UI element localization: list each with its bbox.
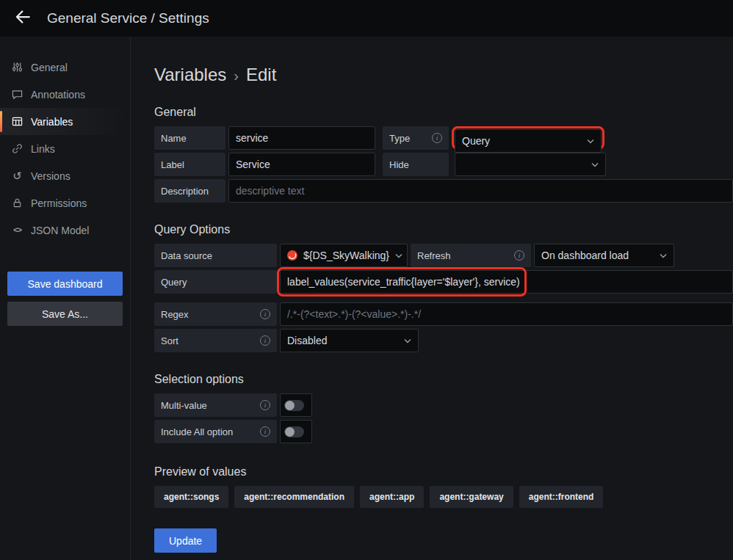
regex-input[interactable]	[280, 302, 733, 326]
update-button[interactable]: Update	[154, 528, 217, 553]
type-select-highlight: Query	[452, 126, 604, 150]
variables-edit-panel: Variables › Edit General Name Type i Que…	[131, 37, 733, 560]
info-icon[interactable]: i	[514, 250, 524, 261]
sidebar-item-label: Annotations	[31, 89, 85, 101]
preview-value-chip: agent::songs	[154, 486, 228, 508]
breadcrumb: Variables › Edit	[154, 65, 733, 85]
skywalking-logo-icon	[287, 250, 297, 261]
refresh-select-value: On dashboard load	[541, 250, 629, 261]
multi-value-row: Multi-value i	[154, 393, 733, 417]
sidebar-item-permissions[interactable]: Permissions	[0, 189, 130, 217]
save-as-button[interactable]: Save As...	[7, 302, 123, 326]
sort-select-value: Disabled	[287, 335, 327, 346]
data-source-select[interactable]: ${DS_SkyWalking}	[280, 244, 408, 267]
sidebar-item-json-model[interactable]: <> JSON Model	[0, 217, 130, 244]
sidebar-item-label: Links	[31, 143, 55, 155]
breadcrumb-separator: ›	[234, 66, 239, 84]
chevron-down-icon	[587, 139, 594, 144]
chevron-down-icon	[660, 253, 667, 258]
sidebar-item-label: Variables	[31, 116, 73, 128]
include-all-toggle[interactable]	[280, 420, 312, 443]
sidebar-item-variables[interactable]: Variables	[0, 108, 130, 135]
sort-label: Sort i	[154, 329, 277, 352]
toggle-track	[284, 400, 304, 411]
query-options-heading: Query Options	[154, 223, 733, 236]
sort-select[interactable]: Disabled	[280, 329, 419, 352]
multi-value-label: Multi-value i	[154, 393, 277, 417]
data-source-value: ${DS_SkyWalking}	[303, 250, 389, 261]
breadcrumb-variables[interactable]: Variables	[154, 65, 226, 85]
info-icon[interactable]: i	[260, 400, 270, 410]
label-hide-row: Label Hide	[154, 153, 733, 176]
info-icon[interactable]: i	[260, 309, 270, 319]
label-label: Label	[154, 153, 225, 176]
link-icon	[11, 142, 24, 155]
query-label: Query	[154, 270, 277, 294]
page-title: General Service / Settings	[47, 10, 209, 26]
description-input[interactable]	[228, 179, 733, 203]
refresh-select[interactable]: On dashboard load	[534, 244, 674, 267]
description-row: Description	[154, 179, 733, 203]
toggle-track	[284, 426, 304, 437]
regex-label: Regex i	[154, 302, 277, 326]
label-input[interactable]	[228, 153, 375, 176]
chevron-down-icon	[395, 253, 402, 258]
refresh-label: Refresh i	[411, 244, 531, 267]
sidebar-item-label: Versions	[31, 170, 71, 182]
hide-label: Hide	[383, 153, 449, 176]
hide-select[interactable]	[455, 153, 606, 176]
selection-options-heading: Selection options	[154, 373, 733, 386]
query-input[interactable]	[280, 270, 733, 294]
top-header: General Service / Settings	[0, 0, 733, 37]
info-icon[interactable]: i	[260, 426, 270, 437]
preview-value-chip: agent::recommendation	[234, 486, 354, 508]
multi-value-toggle[interactable]	[280, 393, 312, 417]
toggle-knob	[285, 427, 295, 437]
name-label: Name	[154, 126, 225, 150]
general-section-heading: General	[154, 106, 733, 119]
sort-row: Sort i Disabled	[154, 329, 733, 352]
query-row: Query	[154, 270, 733, 294]
preview-values: agent::songs agent::recommendation agent…	[154, 486, 733, 508]
chevron-down-icon	[591, 162, 599, 167]
data-source-refresh-row: Data source ${DS_SkyWalking} Refresh i	[154, 244, 733, 267]
type-select[interactable]: Query	[455, 129, 602, 153]
info-icon[interactable]: i	[260, 335, 270, 346]
name-input[interactable]	[228, 126, 375, 150]
preview-value-chip: agent::frontend	[519, 486, 604, 508]
data-source-label: Data source	[154, 244, 277, 267]
sidebar-item-annotations[interactable]: Annotations	[0, 81, 130, 108]
sidebar-item-label: JSON Model	[31, 225, 89, 236]
comment-icon	[11, 88, 24, 101]
sidebar-item-versions[interactable]: ↺ Versions	[0, 162, 130, 189]
chevron-down-icon	[404, 338, 411, 343]
include-all-label: Include All option i	[154, 420, 277, 443]
table-icon	[11, 115, 24, 128]
sidebar-item-links[interactable]: Links	[0, 135, 130, 162]
type-label: Type i	[383, 126, 449, 150]
breadcrumb-edit: Edit	[246, 65, 276, 85]
save-dashboard-button[interactable]: Save dashboard	[7, 272, 123, 296]
regex-row: Regex i	[154, 302, 733, 326]
back-button[interactable]	[10, 6, 35, 31]
sidebar-item-label: General	[31, 62, 68, 73]
arrow-left-icon	[15, 10, 30, 27]
name-type-row: Name Type i Query	[154, 126, 733, 150]
include-all-row: Include All option i	[154, 420, 733, 443]
preview-value-chip: agent::app	[360, 486, 424, 508]
code-icon: <>	[11, 224, 24, 236]
type-select-value: Query	[462, 135, 490, 147]
sidebar-item-label: Permissions	[31, 197, 87, 209]
info-icon[interactable]: i	[432, 133, 442, 143]
lock-icon	[11, 197, 24, 209]
settings-sidebar: General Annotations Variables	[0, 37, 131, 560]
history-icon: ↺	[11, 170, 24, 182]
preview-value-chip: agent::gateway	[430, 486, 513, 508]
description-label: Description	[154, 179, 225, 203]
sidebar-item-general[interactable]: General	[0, 54, 130, 81]
sliders-icon	[11, 61, 24, 73]
preview-heading: Preview of values	[154, 465, 733, 479]
toggle-knob	[285, 401, 295, 410]
